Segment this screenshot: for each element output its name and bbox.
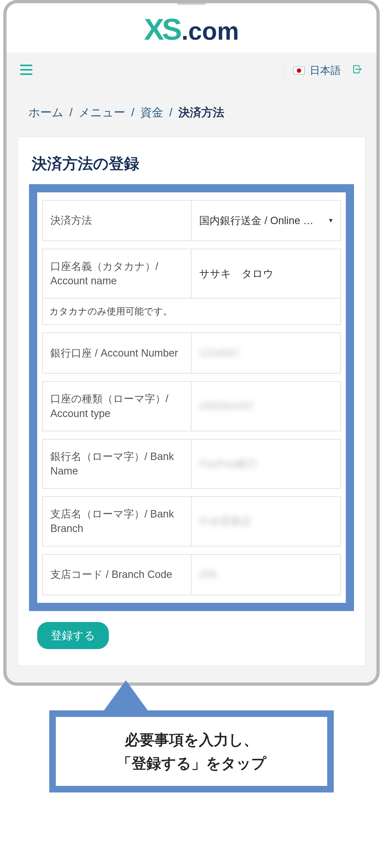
- breadcrumb-sep: /: [169, 106, 172, 119]
- breadcrumb-menu[interactable]: メニュー: [78, 106, 125, 119]
- callout: 必要事項を入力し、 「登録する」をタップ: [49, 680, 334, 793]
- hint-account-name: カタカナのみ使用可能です。: [42, 299, 341, 325]
- label-bank-branch: 支店名（ローマ字）/ Bank Branch: [43, 497, 191, 546]
- label-account-number: 銀行口座 / Account Number: [43, 333, 191, 373]
- label-account-type: 口座の種類（ローマ字）/ Account type: [43, 382, 191, 430]
- row-method: 決済方法 国内銀行送金 / Online …: [42, 200, 341, 241]
- label-branch-code: 支店コード / Branch Code: [43, 555, 191, 595]
- topbar: 日本語: [6, 53, 377, 88]
- row-bank-name: 銀行名（ローマ字）/ Bank Name PayPay銀行: [42, 439, 341, 489]
- callout-line1: 必要事項を入力し、: [67, 728, 316, 751]
- input-account-name[interactable]: ササキ タロウ: [191, 249, 340, 298]
- breadcrumb: ホーム / メニュー / 資金 / 決済方法: [6, 88, 377, 126]
- svg-rect-0: [20, 65, 32, 66]
- callout-line2: 「登録する」をタップ: [67, 751, 316, 775]
- breadcrumb-home[interactable]: ホーム: [28, 106, 63, 119]
- breadcrumb-current: 決済方法: [179, 106, 224, 119]
- language-selector[interactable]: 日本語: [284, 63, 341, 78]
- input-bank-name[interactable]: PayPay銀行: [191, 439, 340, 488]
- callout-box: 必要事項を入力し、 「登録する」をタップ: [49, 710, 334, 793]
- input-bank-branch[interactable]: 中央営業店: [191, 497, 340, 546]
- flag-japan-icon: [293, 66, 305, 75]
- label-method: 決済方法: [43, 200, 191, 241]
- row-bank-branch: 支店名（ローマ字）/ Bank Branch 中央営業店: [42, 496, 341, 546]
- input-account-type[interactable]: ORDINARY: [191, 382, 340, 430]
- row-account-number: 銀行口座 / Account Number 1234567: [42, 333, 341, 374]
- breadcrumb-sep: /: [131, 106, 135, 119]
- logo-com-text: .com: [181, 19, 239, 43]
- speaker-slot: [177, 1, 206, 5]
- topbar-right: 日本語: [284, 63, 363, 78]
- card: 決済方法の登録 決済方法 国内銀行送金 / Online … 口座名義（カタカナ…: [18, 136, 365, 666]
- breadcrumb-funds[interactable]: 資金: [140, 106, 163, 119]
- callout-arrow-icon: [104, 680, 148, 710]
- select-method[interactable]: 国内銀行送金 / Online …: [191, 200, 340, 241]
- row-account-name: 口座名義（カタカナ）/ Account name ササキ タロウ: [42, 249, 341, 299]
- svg-rect-1: [20, 69, 32, 71]
- logo-bar: XS .com: [6, 3, 377, 53]
- input-branch-code[interactable]: 208: [191, 555, 340, 595]
- row-account-type: 口座の種類（ローマ字）/ Account type ORDINARY: [42, 381, 341, 431]
- submit-wrap: 登録する: [29, 617, 109, 649]
- menu-icon[interactable]: [20, 64, 32, 77]
- device-frame: XS .com 日本語 ホーム / メニュー / 資金 / 決済方法 決済方法の…: [3, 0, 380, 686]
- submit-button[interactable]: 登録する: [37, 622, 109, 649]
- logo: XS .com: [144, 14, 239, 44]
- highlight-frame: 決済方法 国内銀行送金 / Online … 口座名義（カタカナ）/ Accou…: [29, 184, 354, 611]
- row-branch-code: 支店コード / Branch Code 208: [42, 554, 341, 595]
- svg-rect-2: [20, 73, 32, 75]
- logo-xs-text: XS: [144, 14, 180, 44]
- input-account-number[interactable]: 1234567: [191, 333, 340, 373]
- card-title: 決済方法の登録: [29, 148, 354, 184]
- label-account-name: 口座名義（カタカナ）/ Account name: [43, 249, 191, 298]
- label-bank-name: 銀行名（ローマ字）/ Bank Name: [43, 439, 191, 488]
- language-label: 日本語: [310, 63, 341, 78]
- logout-icon[interactable]: [352, 64, 363, 77]
- breadcrumb-sep: /: [69, 106, 73, 119]
